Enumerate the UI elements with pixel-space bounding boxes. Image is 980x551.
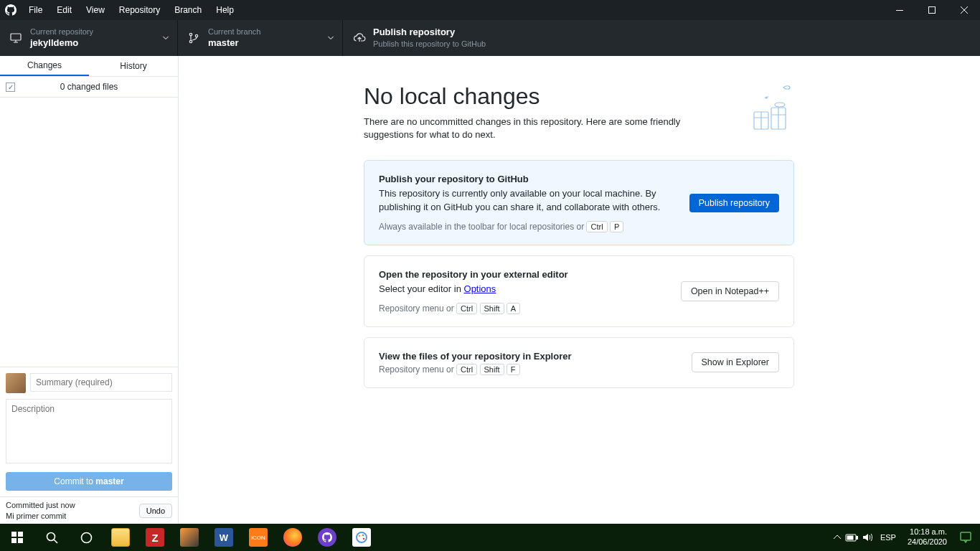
card-publish-body: This repository is currently only availa… (379, 187, 673, 215)
taskbar-app-firefox[interactable] (275, 524, 310, 551)
summary-input[interactable] (30, 373, 172, 392)
volume-icon[interactable] (862, 532, 873, 542)
changed-files-count: 0 changed files (60, 82, 118, 92)
main: Changes History ✓ 0 changed files Commit… (0, 56, 980, 524)
kbd-shift: Shift (480, 364, 504, 375)
svg-rect-11 (11, 538, 17, 543)
svg-point-15 (357, 532, 367, 542)
current-branch-dropdown[interactable]: Current branch master (178, 20, 343, 56)
open-in-editor-button[interactable]: Open in Notepad++ (681, 281, 779, 301)
repo-label: Current repository (30, 27, 93, 37)
svg-point-8 (775, 103, 785, 107)
close-button[interactable] (948, 0, 980, 20)
last-commit-message: Mi primer commit (6, 511, 139, 521)
commit-button[interactable]: Commit to master (6, 472, 172, 491)
maximize-button[interactable] (915, 0, 948, 20)
publish-repository-button[interactable]: Publish repository (689, 194, 779, 212)
app-menu: File Edit View Repository Branch Help (22, 0, 241, 20)
sidebar: Changes History ✓ 0 changed files Commit… (0, 56, 179, 524)
last-commit-row: Committed just now Mi primer commit Undo (0, 496, 178, 524)
search-icon[interactable] (34, 524, 69, 551)
select-all-checkbox[interactable]: ✓ (6, 83, 15, 92)
cloud-upload-icon (353, 32, 366, 44)
svg-point-16 (359, 535, 361, 537)
publish-title: Publish repository (373, 27, 486, 39)
page-subtitle: There are no uncommitted changes in this… (364, 116, 715, 141)
clock-date: 24/06/2020 (908, 537, 947, 547)
window-controls (883, 0, 980, 20)
chevron-down-icon (163, 37, 169, 40)
svg-rect-21 (847, 536, 853, 540)
last-commit-time: Committed just now (6, 500, 139, 510)
publish-repository-toolbar-button[interactable]: Publish repository Publish this reposito… (343, 20, 509, 56)
svg-rect-1 (928, 7, 935, 14)
card-publish-hint: Always available in the toolbar for loca… (379, 222, 779, 232)
toolbar: Current repository jekylldemo Current br… (0, 20, 980, 56)
card-open-editor: Open the repository in your external edi… (364, 255, 794, 327)
svg-rect-10 (18, 532, 23, 537)
kbd-ctrl: Ctrl (586, 221, 607, 232)
svg-point-5 (195, 34, 197, 37)
svg-point-13 (47, 532, 55, 540)
kbd-a: A (507, 303, 520, 314)
windows-taskbar: Z W iCON ESP 10:18 a.m. 24/06/2020 (0, 524, 980, 551)
menu-view[interactable]: View (79, 0, 112, 20)
undo-button[interactable]: Undo (139, 504, 172, 518)
repo-value: jekylldemo (30, 37, 93, 50)
tab-history[interactable]: History (89, 56, 178, 76)
taskbar-clock[interactable]: 10:18 a.m. 24/06/2020 (903, 527, 951, 547)
menu-branch[interactable]: Branch (167, 0, 209, 20)
taskbar-app-zotero[interactable]: Z (138, 524, 172, 551)
language-indicator[interactable]: ESP (877, 533, 899, 542)
changes-list-empty (0, 98, 178, 367)
taskbar-app-icon[interactable]: iCON (241, 524, 275, 551)
svg-rect-12 (18, 538, 23, 543)
content: No local changes There are no uncommitte… (179, 56, 980, 524)
options-link[interactable]: Options (464, 283, 496, 294)
page-title: No local changes (364, 83, 794, 110)
tray-chevron-icon[interactable] (834, 535, 841, 540)
github-logo-icon (0, 4, 22, 16)
tab-changes[interactable]: Changes (0, 56, 89, 76)
menu-file[interactable]: File (22, 0, 50, 20)
current-repository-dropdown[interactable]: Current repository jekylldemo (0, 20, 178, 56)
taskbar-app-word[interactable]: W (207, 524, 241, 551)
card-publish: Publish your repository to GitHub This r… (364, 160, 794, 245)
svg-rect-2 (11, 34, 21, 40)
svg-point-18 (363, 538, 365, 540)
kbd-ctrl: Ctrl (456, 364, 477, 375)
svg-point-17 (362, 534, 364, 537)
cortana-icon[interactable] (69, 524, 103, 551)
start-button[interactable] (0, 524, 34, 551)
show-in-explorer-button[interactable]: Show in Explorer (692, 352, 780, 372)
description-input[interactable] (6, 399, 172, 463)
menu-edit[interactable]: Edit (50, 0, 79, 20)
hero: No local changes There are no uncommitte… (364, 83, 794, 141)
svg-rect-0 (896, 10, 903, 11)
action-center-icon[interactable] (956, 527, 976, 547)
svg-point-4 (189, 40, 192, 42)
empty-state-illustration (745, 83, 796, 137)
svg-rect-22 (961, 532, 971, 540)
battery-icon[interactable] (845, 534, 858, 542)
changes-header: ✓ 0 changed files (0, 77, 178, 98)
taskbar-app-github-desktop[interactable] (310, 524, 344, 551)
sidebar-tabs: Changes History (0, 56, 178, 77)
kbd-shift: Shift (480, 303, 504, 314)
clock-time: 10:18 a.m. (908, 527, 947, 537)
chevron-down-icon (328, 37, 334, 40)
svg-rect-9 (11, 532, 17, 537)
taskbar-tray: ESP 10:18 a.m. 24/06/2020 (834, 527, 980, 547)
card-editor-hint: Repository menu or Ctrl Shift A (379, 303, 779, 314)
branch-icon (188, 32, 201, 44)
minimize-button[interactable] (883, 0, 915, 20)
svg-rect-20 (856, 536, 857, 539)
taskbar-app-explorer[interactable] (103, 524, 138, 551)
menu-repository[interactable]: Repository (112, 0, 167, 20)
kbd-p: P (610, 221, 623, 232)
taskbar-app-paint[interactable] (344, 524, 379, 551)
card-publish-title: Publish your repository to GitHub (379, 174, 779, 184)
taskbar-app-winamp[interactable] (172, 524, 207, 551)
card-editor-body: Select your editor in Options (379, 283, 673, 296)
menu-help[interactable]: Help (209, 0, 241, 20)
